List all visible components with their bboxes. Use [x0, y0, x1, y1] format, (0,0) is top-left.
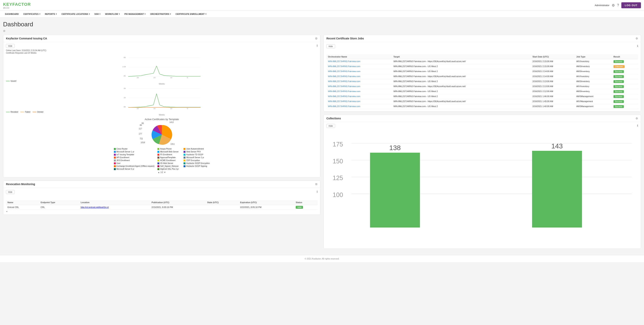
orchestrator-link[interactable]: WIN-8ML2S7JHRN3.Fairview.com	[328, 85, 360, 88]
weeks-label-revoked: Weeks	[6, 114, 318, 116]
job-target: WIN-8ML2S7JHRN3.Fairview.com - US West 2	[392, 94, 531, 99]
jobs-table-body: WIN-8ML2S7JHRN3.Fairview.com WIN-8ML2S7J…	[326, 59, 638, 109]
legend-item: F5 Enrollment	[158, 154, 180, 156]
legend-item: Self_Signed_Reissue	[158, 165, 180, 167]
dashboard-settings-icon[interactable]: ⚙	[3, 30, 641, 33]
job-type: AWSManagement	[575, 94, 612, 99]
help-icon[interactable]: ?	[617, 3, 619, 7]
nav-pki-management[interactable]: PKI MANAGEMENT ▾	[122, 11, 148, 18]
denied-label: Denied	[37, 111, 44, 113]
job-type: AKVInventory	[575, 84, 612, 89]
pie-label-1412: 1412	[170, 121, 174, 123]
ca-hide-button[interactable]: Hide	[6, 44, 14, 48]
next-arrow-icon[interactable]: ▼	[164, 171, 166, 173]
nav-reports[interactable]: REPORTS ▾	[43, 11, 59, 18]
orchestrator-link[interactable]: WIN-8ML2S7JHRN3.Fairview.com	[328, 60, 360, 63]
failed-label: Failed	[25, 111, 30, 113]
prev-arrow-icon[interactable]: ▲	[158, 171, 160, 173]
nav-workflow[interactable]: WORKFLOW ▾	[103, 11, 122, 18]
nav-orchestrators[interactable]: ORCHESTRATORS ▾	[148, 11, 173, 18]
table-row: Entrust CRL CRL http://crl.entrust.net/l…	[6, 205, 318, 210]
footer: © 2021 Keyfactor. All rights reserved.	[0, 255, 644, 262]
orchestrator-link[interactable]: WIN-8ML2S7JHRN3.Fairview.com	[328, 95, 360, 97]
recent-jobs-icons: ⚙	[636, 37, 638, 40]
legend-label: IIS Web Server	[160, 162, 173, 164]
orchestrator-link[interactable]: WIN-8ML2S7JHRN3.Fairview.com	[328, 75, 360, 78]
pie-title: Active Certificates by Template	[145, 118, 179, 121]
revocation-settings-icon[interactable]: ⚙	[315, 183, 318, 186]
logout-button[interactable]: LOG OUT	[621, 2, 641, 8]
rev-location-link[interactable]: http://crl.entrust.net/level1k.crl	[81, 206, 109, 208]
legend-item: API Enrollment	[114, 156, 154, 159]
job-target: WIN-8ML2S7JHRN3.Fairview.com - US West 2	[392, 69, 531, 74]
revocation-card-title: Revocation Monitoring	[6, 183, 35, 186]
collections-info-icon[interactable]: ℹ	[637, 124, 638, 127]
ca-info-icon[interactable]: ℹ	[316, 44, 318, 47]
legend-color-box	[158, 148, 159, 150]
job-target: WIN-8ML2S7JHRN3.Fairview.com - US West 2	[392, 104, 531, 109]
jobs-hide-button[interactable]: Hide	[326, 44, 335, 48]
orchestrator-link[interactable]: WIN-8ML2S7JHRN3.Fairview.com	[328, 100, 360, 102]
orchestrator-link[interactable]: WIN-8ML2S7JHRN3.Fairview.com	[328, 65, 360, 68]
revoked-legend: Revoked Failed Denied	[6, 111, 318, 113]
nav-certificate-locations[interactable]: CERTIFICATE LOCATIONS ▾	[60, 11, 92, 18]
svg-text:175: 175	[332, 141, 343, 148]
svg-text:10: 10	[170, 107, 172, 110]
revocation-card-body: Hide ℹ Name Endpoint Type Location Publi…	[3, 188, 320, 215]
nav-dashboard[interactable]: DASHBOARD	[3, 11, 21, 18]
job-orchestrator: WIN-8ML2S7JHRN3.Fairview.com	[326, 59, 392, 64]
pie-label-1311: 1311	[170, 143, 175, 145]
legend-color-box	[158, 154, 159, 156]
nav-certificates[interactable]: CERTIFICATES ▾	[22, 11, 42, 18]
nav-ssh[interactable]: SSH ▾	[92, 11, 102, 18]
orchestrator-link[interactable]: WIN-8ML2S7JHRN3.Fairview.com	[328, 70, 360, 73]
jobs-info-icon[interactable]: ℹ	[637, 44, 638, 48]
recent-jobs-body: Hide ℹ Orchestrator Name Target Start Da…	[324, 42, 641, 112]
svg-text:125: 125	[332, 175, 343, 181]
legend-color-box	[114, 154, 116, 156]
pie-pagination: ▲ 1/2 ▼	[158, 171, 166, 173]
legend-label: Microsoft Web Server	[160, 151, 178, 153]
svg-text:1k: 1k	[124, 97, 126, 99]
pie-label-177: 177	[139, 133, 142, 135]
bar-3	[532, 151, 582, 228]
settings-icon[interactable]: ⚙	[612, 3, 615, 8]
job-start-date: 2/16/2021 1:46:00 AM	[531, 94, 575, 99]
jobs-col-jobtype: Job Type	[575, 54, 612, 59]
table-row: WIN-8ML2S7JHRN3.Fairview.com WIN-8ML2S7J…	[326, 94, 638, 99]
legend-color-box	[158, 151, 159, 153]
legend-item: User Autoenrollment	[184, 148, 210, 150]
collections-settings-icon[interactable]: ⚙	[636, 117, 638, 120]
revocation-card: Revocation Monitoring ⚙ Hide ℹ Name Endp…	[3, 180, 320, 215]
table-row: WIN-8ML2S7JHRN3.Fairview.com WIN-8ML2S7J…	[326, 84, 638, 89]
pie-label-117: 117	[139, 128, 142, 130]
job-target: WIN-8ML2S7JHRN3 Fairview.com - https://S…	[392, 74, 531, 79]
legend-color-box	[184, 165, 186, 167]
job-orchestrator: WIN-8ML2S7JHRN3.Fairview.com	[326, 94, 392, 99]
nav-certificate-enrollment[interactable]: CERTIFICATE ENROLLMENT ▾	[174, 11, 208, 18]
rev-scroll-hint: ◀	[6, 210, 318, 212]
ca-settings-icon[interactable]: ⚙	[315, 37, 318, 40]
ca-online-text: Online Last Seen: 2/16/2021 2:15:34 AM (…	[6, 49, 318, 52]
job-start-date: 2/16/2021 2:13:00 AM	[531, 84, 575, 89]
legend-color-box	[114, 165, 116, 167]
table-row: WIN-8ML2S7JHRN3.Fairview.com WIN-8ML2S7J…	[326, 89, 638, 94]
footer-text: © 2021 Keyfactor. All rights reserved.	[304, 257, 339, 260]
legend-label: CEP Encryption	[186, 159, 200, 161]
orchestrator-link[interactable]: WIN-8ML2S7JHRN3.Fairview.com	[328, 105, 360, 107]
orchestrator-link[interactable]: WIN-8ML2S7JHRN3.Fairview.com	[328, 90, 360, 92]
orchestrator-link[interactable]: WIN-8ML2S7JHRN3.Fairview.com	[328, 80, 360, 83]
job-start-date: 2/16/2021 1:45:00 AM	[531, 99, 575, 104]
legend-item: JKS Enrollment	[114, 159, 154, 161]
table-row: WIN-8ML2S7JHRN3.Fairview.com WIN-8ML2S7J…	[326, 99, 638, 104]
jobs-settings-icon[interactable]: ⚙	[636, 37, 638, 40]
legend-color-box	[114, 157, 116, 159]
revocation-hide-button[interactable]: Hide	[6, 190, 14, 194]
legend-color-box	[158, 162, 159, 164]
pie-label-66: 66	[142, 122, 144, 124]
revocation-info-icon[interactable]: ℹ	[316, 190, 318, 193]
collections-hide-button[interactable]: Hide	[326, 124, 335, 128]
pie-label-721: 721	[140, 138, 143, 140]
cert-locations-arrow: ▾	[89, 13, 90, 15]
revoked-label: Revoked	[10, 111, 18, 113]
